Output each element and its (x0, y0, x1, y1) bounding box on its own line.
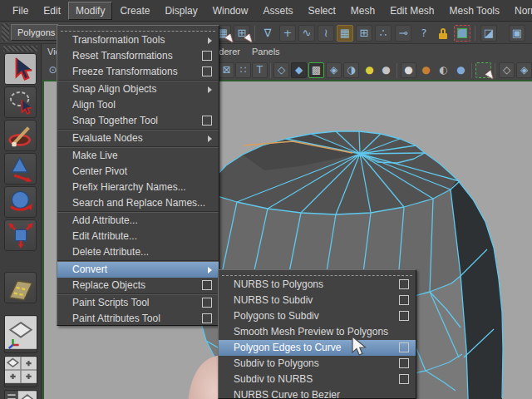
option-box[interactable] (399, 279, 409, 289)
multisample-icon[interactable]: ● (453, 62, 469, 78)
menu-window[interactable]: Window (205, 2, 256, 20)
snap-to-planes-icon[interactable]: ▦ (337, 25, 353, 42)
menu-item-add-attribute[interactable]: Add Attribute... (57, 213, 219, 229)
menu-set-selector[interactable]: Polygons (11, 24, 59, 41)
option-box[interactable] (399, 342, 409, 352)
option-box[interactable] (399, 311, 409, 321)
menu-item-convert[interactable]: Convert (57, 262, 219, 278)
snap-to-points-icon[interactable]: ≀ (318, 25, 334, 42)
render-view-icon[interactable]: ◪ (480, 25, 497, 42)
menu-edit[interactable]: Edit (36, 2, 68, 20)
option-box[interactable] (202, 51, 212, 61)
scale-tool-button[interactable] (4, 219, 37, 251)
option-box[interactable] (202, 298, 212, 308)
snap-to-curves-icon[interactable]: ∿ (298, 25, 315, 42)
menu-item-evaluate-nodes[interactable]: Evaluate Nodes (57, 131, 219, 146)
menu-item-subdiv-to-polygons[interactable]: Subdiv to Polygons (219, 356, 416, 372)
grid-toggle-icon[interactable]: ⊠ (219, 62, 234, 78)
shadows-icon[interactable]: ● (401, 62, 416, 78)
menu-file[interactable]: File (5, 2, 36, 20)
panel-menu-panels[interactable]: Panels (252, 47, 280, 57)
wireframe-mode-icon[interactable]: ◇ (273, 62, 289, 78)
layout-single-pane-button[interactable] (4, 315, 37, 353)
option-box[interactable] (399, 295, 409, 305)
menu-item-search-and-replace-names[interactable]: Search and Replace Names... (57, 195, 219, 211)
rotate-tool-button[interactable] (4, 186, 37, 218)
menu-mesh[interactable]: Mesh (343, 2, 382, 20)
paint-selection-tool-button[interactable] (4, 120, 37, 151)
highlight-selection-icon[interactable] (454, 25, 470, 42)
menu-select[interactable]: Select (300, 2, 342, 20)
menu-item-freeze-transformations[interactable]: Freeze Transformations (57, 64, 219, 80)
convert-submenu: NURBS to Polygons NURBS to Subdiv Polygo… (218, 269, 416, 399)
textured-mode-icon[interactable]: ▩ (308, 62, 324, 78)
ambient-occlusion-icon[interactable]: ● (418, 62, 434, 78)
layout-four-pane-button[interactable] (4, 356, 37, 387)
menu-item-polygons-to-subdiv[interactable]: Polygons to Subdiv (219, 308, 416, 324)
menu-modify[interactable]: Modify (68, 2, 112, 20)
menu-item-paint-scripts-tool[interactable]: Paint Scripts Tool (57, 295, 219, 311)
menu-edit-mesh[interactable]: Edit Mesh (382, 2, 441, 20)
separator (270, 63, 271, 78)
tearoff-handle[interactable] (61, 27, 215, 32)
motion-blur-icon[interactable]: ◐ (436, 62, 451, 78)
submenu-arrow-icon (208, 37, 212, 44)
tearoff-handle[interactable] (222, 271, 412, 276)
menu-item-center-pivot[interactable]: Center Pivot (57, 164, 219, 180)
layout-outliner-persp-button[interactable] (4, 390, 37, 399)
use-default-material-icon[interactable]: ◑ (343, 62, 359, 78)
menu-item-prefix-hierarchy-names[interactable]: Prefix Hierarchy Names... (57, 180, 219, 195)
help-icon[interactable]: ? (416, 25, 432, 42)
menu-item-delete-attribute[interactable]: Delete Attribute... (57, 244, 219, 260)
lasso-tool-button[interactable] (4, 86, 37, 118)
lock-icon[interactable] (434, 25, 451, 42)
menu-item-align-tool[interactable]: Align Tool (57, 97, 219, 113)
option-box[interactable] (202, 280, 212, 290)
menu-normals[interactable]: Normals (507, 2, 532, 20)
select-tool-button[interactable] (4, 53, 37, 85)
menu-item-polygon-edges-to-curve[interactable]: Polygon Edges to Curve (219, 340, 416, 356)
menu-item-paint-attributes-tool[interactable]: Paint Attributes Tool (57, 311, 219, 327)
hud-text-icon[interactable]: T (252, 62, 268, 78)
menu-item-transformation-tools[interactable]: Transformation Tools (57, 32, 219, 48)
menu-assets[interactable]: Assets (255, 2, 300, 20)
option-box[interactable] (202, 66, 212, 76)
shaded-mode-icon[interactable]: ◆ (291, 62, 307, 78)
snap-to-grids-icon[interactable]: + (279, 25, 296, 42)
menu-item-nurbs-curve-to-bezier[interactable]: NURBS Curve to Bezier (219, 387, 416, 399)
xray-mode-icon[interactable]: ◇ (499, 62, 515, 78)
menu-create[interactable]: Create (112, 2, 157, 20)
select-by-component-icon[interactable]: ⊞ (234, 25, 250, 42)
toolbox-handle[interactable] (3, 46, 37, 52)
make-live-icon[interactable]: ⊞ (356, 25, 372, 42)
drag-handle[interactable] (2, 23, 9, 42)
menu-mesh-tools[interactable]: Mesh Tools (442, 2, 507, 20)
menu-item-subdiv-to-nurbs[interactable]: Subdiv to NURBS (219, 372, 416, 387)
snap-to-particles-icon[interactable]: ∴ (375, 25, 392, 42)
isolate-select-icon[interactable] (475, 62, 491, 78)
render-settings-icon[interactable]: ▣ (509, 25, 525, 42)
menu-item-reset-transformations[interactable]: Reset Transformations (57, 48, 219, 64)
option-box[interactable] (399, 374, 409, 384)
option-box[interactable] (399, 358, 409, 368)
move-tool-button[interactable] (4, 153, 37, 185)
option-box[interactable] (202, 116, 212, 126)
film-gate-icon[interactable]: ∷ (235, 62, 251, 78)
menu-display[interactable]: Display (157, 2, 204, 20)
menu-item-smooth-mesh-preview-to-polygons[interactable]: Smooth Mesh Preview to Polygons (219, 324, 416, 340)
joints-xray-icon[interactable]: ◈ (516, 62, 532, 78)
menu-item-edit-attribute[interactable]: Edit Attribute... (57, 229, 219, 244)
menu-item-snap-together-tool[interactable]: Snap Together Tool (57, 113, 219, 129)
menu-item-snap-align-objects[interactable]: Snap Align Objects (57, 81, 219, 97)
last-tool-button[interactable] (4, 272, 37, 303)
menu-item-replace-objects[interactable]: Replace Objects (57, 278, 219, 293)
menu-item-nurbs-to-polygons[interactable]: NURBS to Polygons (219, 277, 416, 293)
shaded-wire-mode-icon[interactable]: ◈ (326, 62, 342, 78)
menu-item-make-live[interactable]: Make Live (57, 148, 219, 164)
option-box[interactable] (202, 313, 212, 323)
lighting-all-icon[interactable]: ● (362, 62, 377, 78)
snap-to-center-icon[interactable]: ⊸ (395, 25, 411, 42)
lighting-default-icon[interactable]: ● (378, 62, 394, 78)
menu-item-nurbs-to-subdiv[interactable]: NURBS to Subdiv (219, 293, 416, 308)
sort-filter-icon[interactable]: ∇ (259, 25, 276, 42)
